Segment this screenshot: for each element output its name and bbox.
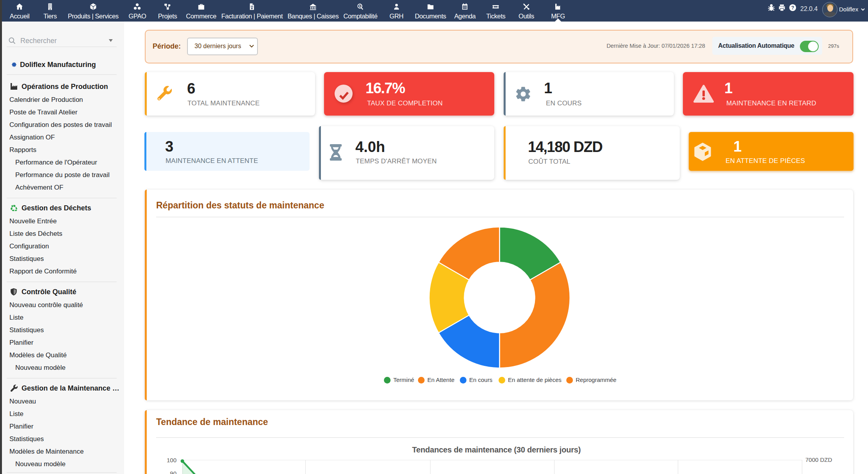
svg-text:?: ? <box>791 5 794 11</box>
svg-text:$: $ <box>359 5 361 8</box>
